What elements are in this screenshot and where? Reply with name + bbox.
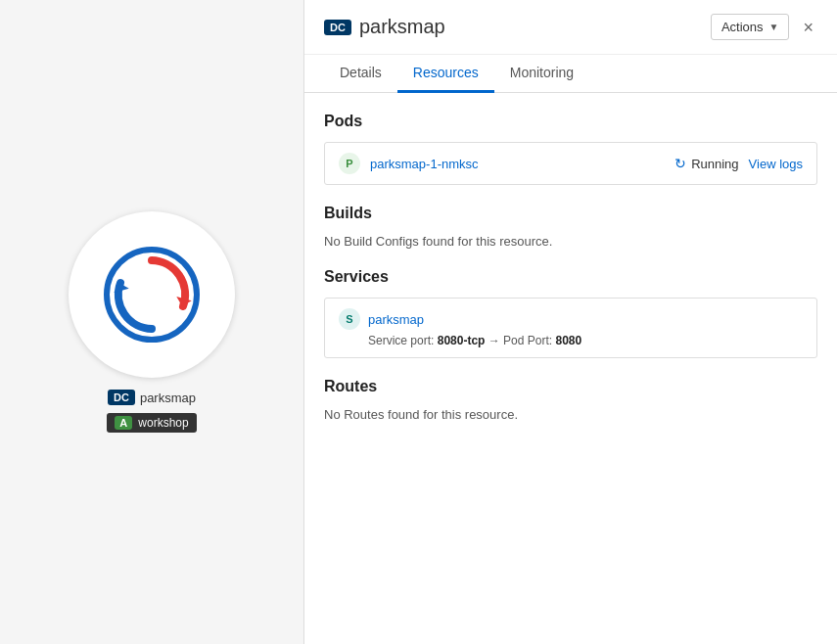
- app-sync-icon: [103, 246, 201, 344]
- arrow-icon: →: [488, 334, 503, 347]
- service-badge: S: [339, 308, 360, 330]
- service-port-info: Service port: 8080-tcp → Pod Port: 8080: [368, 334, 803, 347]
- app-icon-circle: [69, 211, 235, 378]
- routes-title: Routes: [324, 378, 817, 395]
- builds-title: Builds: [324, 205, 817, 222]
- services-section: Services S parksmap Service port: 8080-t…: [324, 268, 817, 358]
- tabs-bar: Details Resources Monitoring: [304, 55, 837, 93]
- app-name-left: parksmap: [140, 391, 196, 405]
- resources-content: Pods P parksmap-1-nmksc ↻ Running View l…: [304, 93, 837, 644]
- actions-caret-icon: ▼: [769, 22, 779, 32]
- routes-empty-text: No Routes found for this resource.: [324, 407, 817, 422]
- services-title: Services: [324, 268, 817, 286]
- service-name[interactable]: parksmap: [368, 312, 424, 327]
- left-panel: DC parksmap A workshop: [0, 0, 303, 644]
- app-label: DC parksmap: [108, 390, 196, 405]
- pod-badge: P: [339, 153, 360, 174]
- service-name-row: S parksmap: [339, 308, 803, 330]
- pod-status-text: Running: [691, 157, 738, 171]
- builds-empty-text: No Build Configs found for this resource…: [324, 234, 817, 249]
- service-port-value: 8080-tcp: [438, 334, 486, 347]
- pod-name[interactable]: parksmap-1-nmksc: [370, 157, 665, 171]
- dc-label: DC: [324, 20, 351, 35]
- service-row: S parksmap Service port: 8080-tcp → Pod …: [324, 298, 817, 358]
- panel-header: DC parksmap Actions ▼ ×: [304, 0, 837, 55]
- dc-badge-left: DC: [108, 390, 135, 405]
- panel-title: DC parksmap: [324, 16, 445, 38]
- a-badge: A: [115, 416, 132, 430]
- workshop-label: workshop: [138, 416, 188, 430]
- pod-status: ↻ Running: [674, 156, 738, 171]
- right-panel: DC parksmap Actions ▼ × Details Resource…: [303, 0, 837, 644]
- tab-details[interactable]: Details: [324, 55, 397, 93]
- pod-row: P parksmap-1-nmksc ↻ Running View logs: [324, 142, 817, 185]
- spinning-icon: ↻: [674, 156, 686, 171]
- header-right: Actions ▼ ×: [711, 14, 817, 40]
- routes-section: Routes No Routes found for this resource…: [324, 378, 817, 422]
- actions-label: Actions: [721, 20, 764, 34]
- panel-title-text: parksmap: [359, 16, 445, 38]
- workshop-badge: A workshop: [107, 413, 196, 433]
- tab-resources[interactable]: Resources: [397, 55, 494, 93]
- builds-section: Builds No Build Configs found for this r…: [324, 205, 817, 249]
- pods-section: Pods P parksmap-1-nmksc ↻ Running View l…: [324, 113, 817, 185]
- close-button[interactable]: ×: [799, 19, 817, 36]
- view-logs-link[interactable]: View logs: [749, 157, 803, 171]
- pod-port-label: Pod Port:: [503, 334, 552, 347]
- service-port-label: Service port:: [368, 334, 434, 347]
- pods-title: Pods: [324, 113, 817, 130]
- actions-button[interactable]: Actions ▼: [711, 14, 790, 40]
- tab-monitoring[interactable]: Monitoring: [494, 55, 589, 93]
- pod-port-value: 8080: [555, 334, 581, 347]
